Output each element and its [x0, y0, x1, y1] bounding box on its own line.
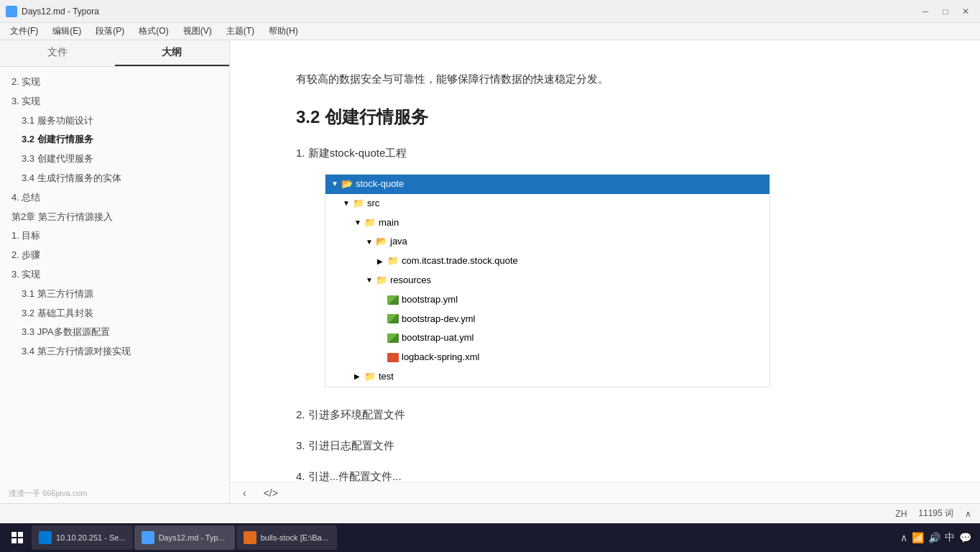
tree-row[interactable]: logback-spring.xml: [325, 348, 769, 367]
tree-row[interactable]: bootstrap-uat.yml: [325, 328, 769, 348]
tree-label: stock-quote: [356, 177, 404, 192]
section-title: 3.2 创建行情服务: [296, 106, 914, 129]
menu-edit[interactable]: 编辑(E): [45, 24, 88, 39]
outline-item[interactable]: 1. 目标: [0, 226, 229, 246]
tree-label: logback-spring.xml: [402, 350, 479, 365]
tab-outline[interactable]: 大纲: [115, 40, 230, 66]
language-indicator[interactable]: ZH: [895, 509, 907, 519]
start-button[interactable]: [3, 525, 32, 551]
menu-view[interactable]: 视图(V): [176, 24, 219, 39]
folder-yellow-icon: 📁: [376, 273, 387, 288]
editor-navbar: ‹ </>: [230, 482, 980, 503]
tree-row[interactable]: ▼📂stock-quote: [325, 175, 769, 194]
folder-yellow-icon: 📁: [353, 196, 364, 211]
outline-item[interactable]: 3.4 生成行情服务的实体: [0, 169, 229, 188]
taskbar-app-2[interactable]: bulls-stock [E:\Ba...: [236, 525, 337, 550]
intro-text: 有较高的数据安全与可靠性，能够保障行情数据的快速稳定分发。: [296, 69, 914, 88]
taskbar-right: ∧ 📶 🔊 中 💬: [900, 531, 977, 544]
sidebar-outline-content[interactable]: 2. 实现3. 实现3.1 服务功能设计3.2 创建行情服务3.3 创建代理服务…: [0, 67, 229, 484]
tree-row[interactable]: ▶📁test: [325, 367, 769, 387]
outline-item[interactable]: 2. 步骤: [0, 246, 229, 265]
statusbar: ZH 11195 词 ∧: [0, 503, 980, 523]
tree-row[interactable]: bootstrap-dev.yml: [325, 310, 769, 329]
tray-message[interactable]: 💬: [959, 532, 971, 543]
word-count: 11195 词: [918, 507, 953, 520]
outline-item[interactable]: 3.3 JPA多数据源配置: [0, 323, 229, 342]
tray-wifi[interactable]: 📶: [912, 532, 924, 543]
tab-file[interactable]: 文件: [0, 40, 115, 66]
tree-arrow-icon: ▼: [366, 275, 376, 286]
taskbar-app-0[interactable]: 10.10.20.251 - Se...: [32, 525, 133, 550]
sidebar-tabs: 文件 大纲: [0, 40, 229, 67]
system-tray-icons: ∧ 📶 🔊 中 💬: [900, 531, 971, 544]
menu-theme[interactable]: 主题(T): [219, 24, 262, 39]
tree-label: java: [390, 234, 407, 249]
svg-rect-0: [11, 532, 17, 537]
window-controls: ─ □ ✕: [917, 3, 974, 20]
tree-row[interactable]: ▼📂java: [325, 232, 769, 252]
tree-row[interactable]: bootstrap.yml: [325, 290, 769, 310]
step-2: 2. 引进多环境配置文件: [296, 405, 914, 424]
folder-yellow-icon: 📁: [364, 216, 376, 231]
outline-item[interactable]: 4. 总结: [0, 188, 229, 208]
maximize-button[interactable]: □: [937, 3, 954, 20]
menubar: 文件(F) 编辑(E) 段落(P) 格式(O) 视图(V) 主题(T) 帮助(H…: [0, 23, 980, 40]
tree-arrow-icon: ▼: [343, 198, 353, 209]
file-yml-icon: [387, 314, 399, 323]
close-button[interactable]: ✕: [957, 3, 974, 20]
statusbar-right: ZH 11195 词 ∧: [895, 507, 971, 520]
tray-lang[interactable]: 中: [945, 531, 955, 544]
filetree: ▼📂stock-quote▼📁src▼📁main▼📂java▶📁com.itca…: [325, 175, 769, 387]
step-4-label: 引进...件配置文件...: [308, 470, 402, 482]
nav-code-button[interactable]: </>: [259, 486, 282, 500]
step-4-number: 4.: [296, 470, 308, 482]
menu-file[interactable]: 文件(F): [3, 24, 45, 39]
taskbar-app-1[interactable]: Days12.md - Typ...: [134, 525, 235, 550]
outline-item[interactable]: 3.3 创建代理服务: [0, 150, 229, 169]
tree-label: resources: [390, 273, 431, 288]
watermark: 渣渣一手 666java.com: [0, 484, 229, 503]
tray-volume[interactable]: 🔊: [928, 532, 940, 543]
outline-item[interactable]: 3.2 基础工具封装: [0, 304, 229, 323]
tray-chevron[interactable]: ∧: [900, 532, 907, 543]
taskbar-apps: 10.10.20.251 - Se... Days12.md - Typ... …: [32, 525, 900, 550]
step-1-label: 新建stock-quote工程: [308, 147, 407, 159]
main-area: 文件 大纲 2. 实现3. 实现3.1 服务功能设计3.2 创建行情服务3.3 …: [0, 40, 980, 503]
menu-paragraph[interactable]: 段落(P): [88, 24, 131, 39]
tree-arrow-icon: ▼: [366, 236, 376, 248]
outline-item[interactable]: 3. 实现: [0, 92, 229, 111]
menu-format[interactable]: 格式(O): [131, 24, 175, 39]
nav-back-button[interactable]: ‹: [239, 486, 251, 500]
tree-row[interactable]: ▼📁src: [325, 194, 769, 213]
outline-item[interactable]: 3.1 服务功能设计: [0, 111, 229, 131]
tree-row[interactable]: ▼📁resources: [325, 271, 769, 290]
outline-item[interactable]: 3.2 创建行情服务: [0, 130, 229, 150]
app-0-icon: [39, 531, 52, 544]
step-1: 1. 新建stock-quote工程: [296, 143, 914, 162]
tree-row[interactable]: ▶📁com.itcast.trade.stock.quote: [325, 252, 769, 271]
outline-item[interactable]: 3. 实现: [0, 265, 229, 285]
folder-blue-icon: 📂: [341, 177, 353, 192]
tree-arrow-icon: ▼: [331, 178, 341, 190]
tree-row[interactable]: ▼📁main: [325, 213, 769, 233]
app-0-label: 10.10.20.251 - Se...: [56, 533, 126, 542]
tree-label: bootstrap-dev.yml: [402, 312, 475, 327]
minimize-button[interactable]: ─: [917, 3, 934, 20]
outline-item[interactable]: 3.4 第三方行情源对接实现: [0, 342, 229, 362]
outline-item[interactable]: 3.1 第三方行情源: [0, 285, 229, 304]
editor[interactable]: 有较高的数据安全与可靠性，能够保障行情数据的快速稳定分发。 3.2 创建行情服务…: [230, 40, 980, 482]
scroll-top-icon[interactable]: ∧: [965, 509, 971, 519]
file-xml-icon: [387, 353, 399, 362]
file-yml-icon: [387, 295, 399, 305]
svg-rect-3: [18, 538, 23, 543]
step-3-number: 3.: [296, 439, 308, 451]
menu-help[interactable]: 帮助(H): [262, 24, 305, 39]
sidebar: 文件 大纲 2. 实现3. 实现3.1 服务功能设计3.2 创建行情服务3.3 …: [0, 40, 230, 503]
step-2-number: 2.: [296, 408, 308, 420]
outline-item[interactable]: 第2章 第三方行情源接入: [0, 208, 229, 227]
app-2-icon: [244, 531, 256, 544]
app-1-label: Days12.md - Typ...: [159, 533, 225, 542]
file-yml-icon: [387, 334, 399, 343]
editor-content: 有较高的数据安全与可靠性，能够保障行情数据的快速稳定分发。 3.2 创建行情服务…: [296, 69, 914, 482]
outline-item[interactable]: 2. 实现: [0, 73, 229, 92]
